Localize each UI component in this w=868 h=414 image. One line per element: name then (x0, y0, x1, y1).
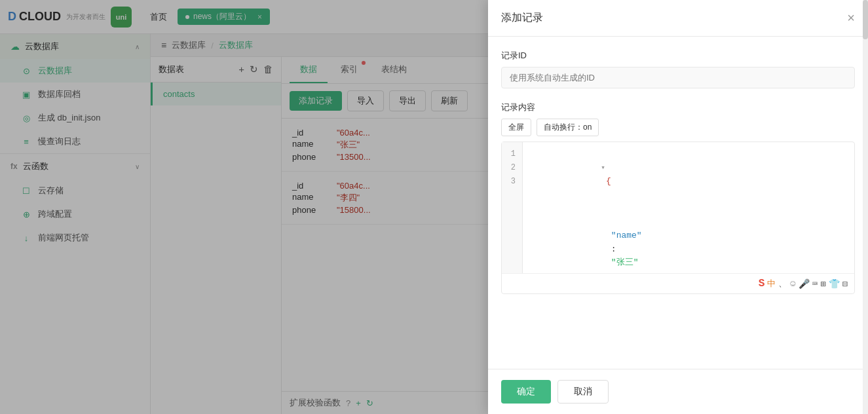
record-id-section: 记录ID (501, 50, 855, 88)
modal-scrollbar-track[interactable] (863, 0, 868, 414)
modal-title: 添加记录 (501, 11, 543, 25)
record-id-input[interactable] (501, 67, 855, 88)
ime-smile-icon: ☺ (790, 278, 795, 289)
ime-s-icon: S (759, 278, 765, 290)
code-lines: 1 2 3 ▾ { "name" : "张三 (502, 142, 854, 273)
line-num-3: 3 (506, 175, 518, 189)
record-content-section: 记录内容 全屏 自动换行：on 1 2 3 ▾ { (501, 102, 855, 294)
code-editor[interactable]: 1 2 3 ▾ { "name" : "张三 (501, 141, 855, 294)
ime-shirt-icon: 👕 (829, 278, 840, 290)
ime-mic-icon: 🎤 (799, 278, 810, 290)
fullscreen-button[interactable]: 全屏 (501, 119, 531, 136)
modal-footer: 确定 取消 (488, 369, 868, 414)
editor-bottom-bar: S 中 、 ☺ 🎤 ⌨ ⊞ 👕 ⊟ (502, 273, 854, 293)
editor-toolbar: 全屏 自动换行：on (501, 119, 855, 136)
modal-header: 添加记录 × (488, 0, 868, 37)
cancel-button[interactable]: 取消 (557, 380, 609, 404)
code-line-2: "name" : "张三" (529, 202, 848, 273)
code-key-name: "name" (611, 231, 642, 240)
code-colon: : (611, 244, 622, 254)
auto-wrap-button[interactable]: 自动换行：on (537, 119, 599, 136)
line-numbers: 1 2 3 (502, 142, 523, 273)
collapse-arrow[interactable]: ▾ (601, 164, 605, 172)
line-num-2: 2 (506, 161, 518, 175)
confirm-button[interactable]: 确定 (501, 380, 551, 404)
modal-scrollbar-thumb[interactable] (863, 0, 868, 39)
modal-close-button[interactable]: × (847, 10, 855, 26)
ime-comma-icon: 、 (778, 278, 787, 290)
ime-split-icon: ⊟ (842, 278, 848, 290)
open-brace: { (601, 176, 611, 186)
ime-icons: S 中 、 ☺ 🎤 ⌨ ⊞ 👕 ⊟ (759, 278, 848, 290)
ime-grid-icon: ⊞ (820, 278, 825, 290)
record-id-label: 记录ID (501, 50, 855, 62)
line-num-1: 1 (506, 147, 518, 161)
code-content[interactable]: ▾ { "name" : "张三" } (523, 142, 854, 273)
modal-body: 记录ID 记录内容 全屏 自动换行：on 1 2 3 ▾ (488, 37, 868, 369)
ime-zh-icon: 中 (767, 278, 776, 290)
add-record-modal: 添加记录 × 记录ID 记录内容 全屏 自动换行：on 1 2 3 (488, 0, 868, 414)
code-val-name: "张三" (611, 257, 639, 267)
code-line-1: ▾ { (529, 147, 848, 202)
code-indent: "name" : "张三" (529, 231, 642, 273)
record-content-label: 记录内容 (501, 102, 855, 113)
ime-keyboard-icon: ⌨ (812, 278, 818, 290)
